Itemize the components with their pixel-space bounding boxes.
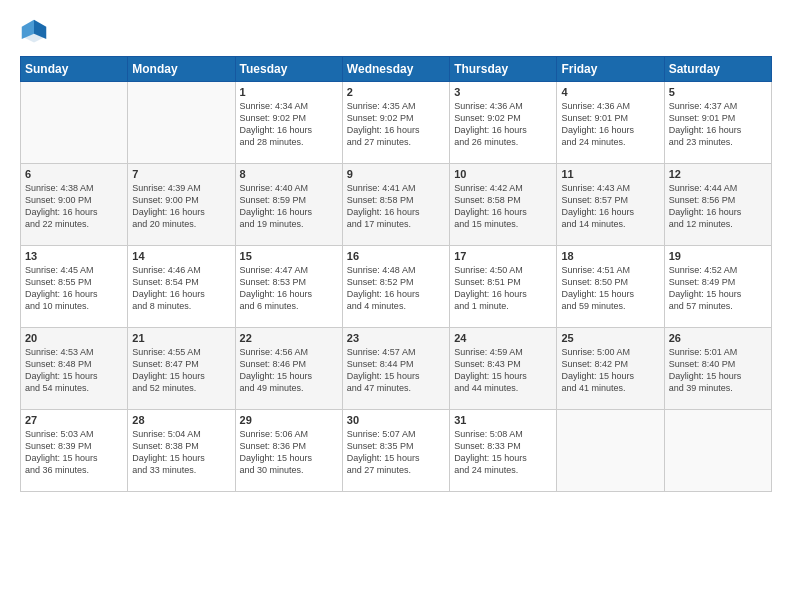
day-number: 11 [561, 168, 659, 180]
cell-text: Sunrise: 5:01 AM Sunset: 8:40 PM Dayligh… [669, 346, 767, 395]
calendar-week-row: 6Sunrise: 4:38 AM Sunset: 9:00 PM Daylig… [21, 164, 772, 246]
calendar-cell: 20Sunrise: 4:53 AM Sunset: 8:48 PM Dayli… [21, 328, 128, 410]
calendar-cell: 30Sunrise: 5:07 AM Sunset: 8:35 PM Dayli… [342, 410, 449, 492]
cell-text: Sunrise: 5:04 AM Sunset: 8:38 PM Dayligh… [132, 428, 230, 477]
cell-text: Sunrise: 4:42 AM Sunset: 8:58 PM Dayligh… [454, 182, 552, 231]
cell-text: Sunrise: 4:36 AM Sunset: 9:01 PM Dayligh… [561, 100, 659, 149]
calendar-cell: 5Sunrise: 4:37 AM Sunset: 9:01 PM Daylig… [664, 82, 771, 164]
day-number: 24 [454, 332, 552, 344]
calendar-header-monday: Monday [128, 57, 235, 82]
day-number: 9 [347, 168, 445, 180]
cell-text: Sunrise: 4:57 AM Sunset: 8:44 PM Dayligh… [347, 346, 445, 395]
day-number: 10 [454, 168, 552, 180]
calendar-cell [664, 410, 771, 492]
day-number: 23 [347, 332, 445, 344]
cell-text: Sunrise: 4:59 AM Sunset: 8:43 PM Dayligh… [454, 346, 552, 395]
calendar-cell: 9Sunrise: 4:41 AM Sunset: 8:58 PM Daylig… [342, 164, 449, 246]
cell-text: Sunrise: 4:48 AM Sunset: 8:52 PM Dayligh… [347, 264, 445, 313]
cell-text: Sunrise: 4:46 AM Sunset: 8:54 PM Dayligh… [132, 264, 230, 313]
cell-text: Sunrise: 4:51 AM Sunset: 8:50 PM Dayligh… [561, 264, 659, 313]
calendar-cell [557, 410, 664, 492]
logo [20, 18, 52, 46]
day-number: 31 [454, 414, 552, 426]
cell-text: Sunrise: 4:56 AM Sunset: 8:46 PM Dayligh… [240, 346, 338, 395]
day-number: 21 [132, 332, 230, 344]
day-number: 27 [25, 414, 123, 426]
calendar-header-row: SundayMondayTuesdayWednesdayThursdayFrid… [21, 57, 772, 82]
calendar-week-row: 27Sunrise: 5:03 AM Sunset: 8:39 PM Dayli… [21, 410, 772, 492]
calendar-cell: 13Sunrise: 4:45 AM Sunset: 8:55 PM Dayli… [21, 246, 128, 328]
cell-text: Sunrise: 4:52 AM Sunset: 8:49 PM Dayligh… [669, 264, 767, 313]
calendar-cell: 28Sunrise: 5:04 AM Sunset: 8:38 PM Dayli… [128, 410, 235, 492]
calendar-cell: 10Sunrise: 4:42 AM Sunset: 8:58 PM Dayli… [450, 164, 557, 246]
calendar-header-wednesday: Wednesday [342, 57, 449, 82]
day-number: 22 [240, 332, 338, 344]
day-number: 29 [240, 414, 338, 426]
day-number: 7 [132, 168, 230, 180]
day-number: 8 [240, 168, 338, 180]
calendar-header-saturday: Saturday [664, 57, 771, 82]
calendar-header-sunday: Sunday [21, 57, 128, 82]
day-number: 5 [669, 86, 767, 98]
calendar-cell [21, 82, 128, 164]
calendar-cell: 16Sunrise: 4:48 AM Sunset: 8:52 PM Dayli… [342, 246, 449, 328]
calendar-cell: 15Sunrise: 4:47 AM Sunset: 8:53 PM Dayli… [235, 246, 342, 328]
cell-text: Sunrise: 4:34 AM Sunset: 9:02 PM Dayligh… [240, 100, 338, 149]
day-number: 18 [561, 250, 659, 262]
day-number: 15 [240, 250, 338, 262]
calendar-week-row: 20Sunrise: 4:53 AM Sunset: 8:48 PM Dayli… [21, 328, 772, 410]
calendar-cell: 31Sunrise: 5:08 AM Sunset: 8:33 PM Dayli… [450, 410, 557, 492]
calendar-cell: 17Sunrise: 4:50 AM Sunset: 8:51 PM Dayli… [450, 246, 557, 328]
calendar-week-row: 1Sunrise: 4:34 AM Sunset: 9:02 PM Daylig… [21, 82, 772, 164]
cell-text: Sunrise: 4:37 AM Sunset: 9:01 PM Dayligh… [669, 100, 767, 149]
cell-text: Sunrise: 4:40 AM Sunset: 8:59 PM Dayligh… [240, 182, 338, 231]
day-number: 19 [669, 250, 767, 262]
cell-text: Sunrise: 4:47 AM Sunset: 8:53 PM Dayligh… [240, 264, 338, 313]
day-number: 6 [25, 168, 123, 180]
calendar-header-thursday: Thursday [450, 57, 557, 82]
calendar-cell: 18Sunrise: 4:51 AM Sunset: 8:50 PM Dayli… [557, 246, 664, 328]
day-number: 20 [25, 332, 123, 344]
cell-text: Sunrise: 5:08 AM Sunset: 8:33 PM Dayligh… [454, 428, 552, 477]
calendar-cell: 22Sunrise: 4:56 AM Sunset: 8:46 PM Dayli… [235, 328, 342, 410]
cell-text: Sunrise: 4:39 AM Sunset: 9:00 PM Dayligh… [132, 182, 230, 231]
calendar-header-friday: Friday [557, 57, 664, 82]
day-number: 13 [25, 250, 123, 262]
cell-text: Sunrise: 5:06 AM Sunset: 8:36 PM Dayligh… [240, 428, 338, 477]
day-number: 28 [132, 414, 230, 426]
day-number: 16 [347, 250, 445, 262]
calendar-cell: 21Sunrise: 4:55 AM Sunset: 8:47 PM Dayli… [128, 328, 235, 410]
day-number: 26 [669, 332, 767, 344]
calendar-cell: 1Sunrise: 4:34 AM Sunset: 9:02 PM Daylig… [235, 82, 342, 164]
calendar-cell [128, 82, 235, 164]
calendar-week-row: 13Sunrise: 4:45 AM Sunset: 8:55 PM Dayli… [21, 246, 772, 328]
calendar-cell: 24Sunrise: 4:59 AM Sunset: 8:43 PM Dayli… [450, 328, 557, 410]
day-number: 1 [240, 86, 338, 98]
calendar-table: SundayMondayTuesdayWednesdayThursdayFrid… [20, 56, 772, 492]
cell-text: Sunrise: 5:00 AM Sunset: 8:42 PM Dayligh… [561, 346, 659, 395]
cell-text: Sunrise: 4:41 AM Sunset: 8:58 PM Dayligh… [347, 182, 445, 231]
calendar-cell: 29Sunrise: 5:06 AM Sunset: 8:36 PM Dayli… [235, 410, 342, 492]
calendar-cell: 14Sunrise: 4:46 AM Sunset: 8:54 PM Dayli… [128, 246, 235, 328]
day-number: 4 [561, 86, 659, 98]
calendar-cell: 11Sunrise: 4:43 AM Sunset: 8:57 PM Dayli… [557, 164, 664, 246]
day-number: 25 [561, 332, 659, 344]
page: SundayMondayTuesdayWednesdayThursdayFrid… [0, 0, 792, 612]
cell-text: Sunrise: 4:43 AM Sunset: 8:57 PM Dayligh… [561, 182, 659, 231]
cell-text: Sunrise: 4:36 AM Sunset: 9:02 PM Dayligh… [454, 100, 552, 149]
calendar-cell: 25Sunrise: 5:00 AM Sunset: 8:42 PM Dayli… [557, 328, 664, 410]
cell-text: Sunrise: 5:03 AM Sunset: 8:39 PM Dayligh… [25, 428, 123, 477]
calendar-header-tuesday: Tuesday [235, 57, 342, 82]
calendar-cell: 23Sunrise: 4:57 AM Sunset: 8:44 PM Dayli… [342, 328, 449, 410]
calendar-cell: 8Sunrise: 4:40 AM Sunset: 8:59 PM Daylig… [235, 164, 342, 246]
cell-text: Sunrise: 4:38 AM Sunset: 9:00 PM Dayligh… [25, 182, 123, 231]
calendar-cell: 7Sunrise: 4:39 AM Sunset: 9:00 PM Daylig… [128, 164, 235, 246]
cell-text: Sunrise: 4:45 AM Sunset: 8:55 PM Dayligh… [25, 264, 123, 313]
calendar-cell: 4Sunrise: 4:36 AM Sunset: 9:01 PM Daylig… [557, 82, 664, 164]
calendar-cell: 27Sunrise: 5:03 AM Sunset: 8:39 PM Dayli… [21, 410, 128, 492]
logo-icon [20, 18, 48, 46]
calendar-cell: 19Sunrise: 4:52 AM Sunset: 8:49 PM Dayli… [664, 246, 771, 328]
calendar-cell: 26Sunrise: 5:01 AM Sunset: 8:40 PM Dayli… [664, 328, 771, 410]
day-number: 2 [347, 86, 445, 98]
cell-text: Sunrise: 4:44 AM Sunset: 8:56 PM Dayligh… [669, 182, 767, 231]
